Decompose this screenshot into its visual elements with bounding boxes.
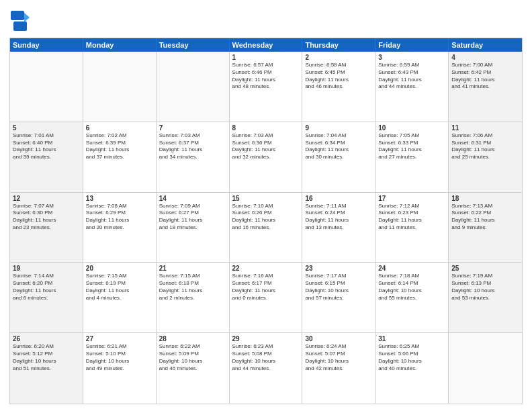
calendar-day-15: 15Sunrise: 7:10 AM Sunset: 6:26 PM Dayli…: [230, 193, 303, 263]
calendar-day-12: 12Sunrise: 7:07 AM Sunset: 6:30 PM Dayli…: [10, 193, 83, 263]
day-info: Sunrise: 6:57 AM Sunset: 6:46 PM Dayligh…: [232, 62, 300, 91]
day-number: 11: [451, 124, 519, 132]
calendar-week-5: 26Sunrise: 6:20 AM Sunset: 5:12 PM Dayli…: [10, 333, 522, 404]
calendar-day-1: 1Sunrise: 6:57 AM Sunset: 6:46 PM Daylig…: [230, 52, 303, 122]
day-info: Sunrise: 7:10 AM Sunset: 6:26 PM Dayligh…: [232, 203, 300, 232]
calendar-day-9: 9Sunrise: 7:04 AM Sunset: 6:34 PM Daylig…: [302, 122, 375, 192]
calendar-day-28: 28Sunrise: 6:22 AM Sunset: 5:09 PM Dayli…: [157, 333, 230, 404]
day-number: 30: [305, 335, 372, 342]
weekday-header-sunday: Sunday: [10, 38, 83, 52]
calendar-day-empty: [157, 52, 230, 122]
calendar-day-empty: [83, 52, 157, 122]
calendar-week-3: 12Sunrise: 7:07 AM Sunset: 6:30 PM Dayli…: [10, 193, 522, 263]
calendar-day-2: 2Sunrise: 6:58 AM Sunset: 6:45 PM Daylig…: [302, 52, 375, 122]
calendar-day-23: 23Sunrise: 7:17 AM Sunset: 6:15 PM Dayli…: [302, 263, 375, 332]
day-number: 1: [232, 54, 300, 61]
calendar-header: SundayMondayTuesdayWednesdayThursdayFrid…: [10, 38, 522, 52]
svg-rect-1: [13, 21, 27, 31]
calendar-week-1: 1Sunrise: 6:57 AM Sunset: 6:46 PM Daylig…: [10, 52, 522, 122]
day-number: 7: [159, 124, 226, 132]
calendar-day-24: 24Sunrise: 7:18 AM Sunset: 6:14 PM Dayli…: [375, 263, 449, 332]
day-info: Sunrise: 6:20 AM Sunset: 5:12 PM Dayligh…: [13, 343, 80, 372]
day-number: 23: [305, 265, 372, 272]
day-number: 21: [159, 265, 226, 272]
day-number: 6: [86, 124, 153, 132]
calendar-day-10: 10Sunrise: 7:05 AM Sunset: 6:33 PM Dayli…: [375, 122, 449, 192]
day-number: 10: [378, 124, 445, 132]
day-number: 17: [378, 195, 445, 202]
day-info: Sunrise: 6:24 AM Sunset: 5:07 PM Dayligh…: [305, 343, 372, 372]
day-number: 8: [232, 124, 300, 132]
day-info: Sunrise: 7:07 AM Sunset: 6:30 PM Dayligh…: [13, 203, 80, 232]
day-number: 25: [451, 265, 519, 272]
calendar-day-22: 22Sunrise: 7:16 AM Sunset: 6:17 PM Dayli…: [230, 263, 303, 332]
calendar-day-4: 4Sunrise: 7:00 AM Sunset: 6:42 PM Daylig…: [449, 52, 522, 122]
day-info: Sunrise: 7:15 AM Sunset: 6:19 PM Dayligh…: [86, 273, 153, 302]
weekday-header-wednesday: Wednesday: [230, 38, 303, 52]
svg-rect-0: [11, 11, 24, 20]
calendar-day-3: 3Sunrise: 6:59 AM Sunset: 6:43 PM Daylig…: [375, 52, 449, 122]
weekday-header-saturday: Saturday: [449, 38, 522, 52]
calendar-day-empty: [10, 52, 83, 122]
day-number: 27: [86, 335, 153, 342]
calendar-day-5: 5Sunrise: 7:01 AM Sunset: 6:40 PM Daylig…: [10, 122, 83, 192]
day-info: Sunrise: 7:17 AM Sunset: 6:15 PM Dayligh…: [305, 273, 372, 302]
calendar-day-8: 8Sunrise: 7:03 AM Sunset: 6:36 PM Daylig…: [230, 122, 303, 192]
calendar-day-14: 14Sunrise: 7:09 AM Sunset: 6:27 PM Dayli…: [157, 193, 230, 263]
day-number: 26: [13, 335, 80, 342]
day-number: 19: [13, 265, 80, 272]
day-number: 2: [305, 54, 372, 61]
day-info: Sunrise: 7:04 AM Sunset: 6:34 PM Dayligh…: [305, 132, 372, 161]
day-info: Sunrise: 7:18 AM Sunset: 6:14 PM Dayligh…: [378, 273, 445, 302]
day-info: Sunrise: 7:14 AM Sunset: 6:20 PM Dayligh…: [13, 273, 80, 302]
day-info: Sunrise: 7:08 AM Sunset: 6:29 PM Dayligh…: [86, 203, 153, 232]
day-number: 5: [13, 124, 80, 132]
day-number: 24: [378, 265, 445, 272]
day-number: 3: [378, 54, 445, 61]
calendar-day-19: 19Sunrise: 7:14 AM Sunset: 6:20 PM Dayli…: [10, 263, 83, 332]
page-header: [9, 7, 523, 34]
calendar-day-6: 6Sunrise: 7:02 AM Sunset: 6:39 PM Daylig…: [83, 122, 157, 192]
day-number: 18: [451, 195, 519, 202]
day-number: 4: [451, 54, 519, 61]
calendar: SundayMondayTuesdayWednesdayThursdayFrid…: [9, 38, 523, 404]
day-info: Sunrise: 7:00 AM Sunset: 6:42 PM Dayligh…: [451, 62, 519, 91]
day-number: 9: [305, 124, 372, 132]
calendar-day-29: 29Sunrise: 6:23 AM Sunset: 5:08 PM Dayli…: [230, 333, 303, 404]
weekday-header-friday: Friday: [375, 38, 449, 52]
day-info: Sunrise: 7:16 AM Sunset: 6:17 PM Dayligh…: [232, 273, 300, 302]
day-info: Sunrise: 6:22 AM Sunset: 5:09 PM Dayligh…: [159, 343, 226, 372]
day-number: 12: [13, 195, 80, 202]
day-info: Sunrise: 7:03 AM Sunset: 6:37 PM Dayligh…: [159, 132, 226, 161]
day-info: Sunrise: 7:02 AM Sunset: 6:39 PM Dayligh…: [86, 132, 153, 161]
day-number: 15: [232, 195, 300, 202]
day-info: Sunrise: 6:21 AM Sunset: 5:10 PM Dayligh…: [86, 343, 153, 372]
calendar-day-30: 30Sunrise: 6:24 AM Sunset: 5:07 PM Dayli…: [302, 333, 375, 404]
day-number: 28: [159, 335, 226, 342]
calendar-day-27: 27Sunrise: 6:21 AM Sunset: 5:10 PM Dayli…: [83, 333, 157, 404]
day-info: Sunrise: 7:19 AM Sunset: 6:13 PM Dayligh…: [451, 273, 519, 302]
calendar-day-18: 18Sunrise: 7:13 AM Sunset: 6:22 PM Dayli…: [449, 193, 522, 263]
day-info: Sunrise: 6:23 AM Sunset: 5:08 PM Dayligh…: [232, 343, 300, 372]
weekday-header-thursday: Thursday: [302, 38, 375, 52]
calendar-day-11: 11Sunrise: 7:06 AM Sunset: 6:31 PM Dayli…: [449, 122, 522, 192]
day-info: Sunrise: 6:25 AM Sunset: 5:06 PM Dayligh…: [378, 343, 445, 372]
calendar-day-25: 25Sunrise: 7:19 AM Sunset: 6:13 PM Dayli…: [449, 263, 522, 332]
day-info: Sunrise: 7:11 AM Sunset: 6:24 PM Dayligh…: [305, 203, 372, 232]
calendar-day-20: 20Sunrise: 7:15 AM Sunset: 6:19 PM Dayli…: [83, 263, 157, 332]
day-number: 29: [232, 335, 300, 342]
calendar-day-13: 13Sunrise: 7:08 AM Sunset: 6:29 PM Dayli…: [83, 193, 157, 263]
day-info: Sunrise: 7:12 AM Sunset: 6:23 PM Dayligh…: [378, 203, 445, 232]
day-number: 22: [232, 265, 300, 272]
calendar-body: 1Sunrise: 6:57 AM Sunset: 6:46 PM Daylig…: [10, 52, 522, 404]
logo-icon: [9, 9, 31, 34]
day-number: 16: [305, 195, 372, 202]
calendar-week-2: 5Sunrise: 7:01 AM Sunset: 6:40 PM Daylig…: [10, 122, 522, 193]
day-number: 14: [159, 195, 226, 202]
day-info: Sunrise: 7:15 AM Sunset: 6:18 PM Dayligh…: [159, 273, 226, 302]
day-info: Sunrise: 7:13 AM Sunset: 6:22 PM Dayligh…: [451, 203, 519, 232]
weekday-header-monday: Monday: [83, 38, 157, 52]
day-info: Sunrise: 6:58 AM Sunset: 6:45 PM Dayligh…: [305, 62, 372, 91]
day-info: Sunrise: 6:59 AM Sunset: 6:43 PM Dayligh…: [378, 62, 445, 91]
calendar-day-7: 7Sunrise: 7:03 AM Sunset: 6:37 PM Daylig…: [157, 122, 230, 192]
